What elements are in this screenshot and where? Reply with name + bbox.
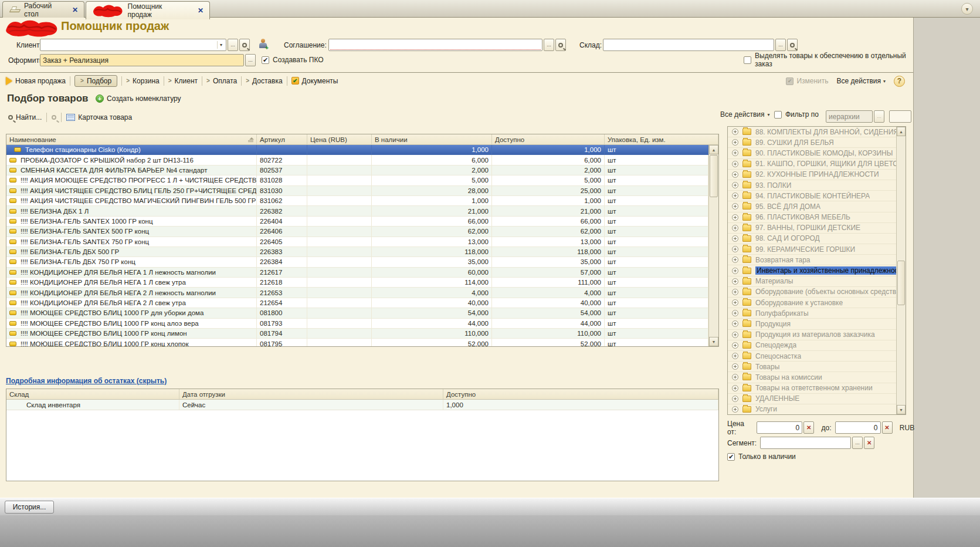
table-row[interactable]: !!!! МОЮЩЕЕ СРЕДСТВО БЛИЦ 1000 ГР конц а… [6, 319, 708, 329]
expand-icon[interactable] [732, 278, 738, 285]
all-actions-button[interactable]: Все действия ▾ [837, 77, 886, 85]
help-button[interactable]: ? [894, 76, 905, 87]
column-packaging[interactable]: Упаковка, Ед. изм. [605, 134, 718, 144]
documents-button[interactable]: ✔ Документы [291, 77, 338, 85]
step-podbor[interactable]: > Подбор [74, 75, 117, 87]
filter-extra-input[interactable] [889, 110, 911, 123]
expand-icon[interactable] [732, 225, 738, 231]
tree-item[interactable]: Спецодежда [728, 340, 896, 351]
scroll-up-icon[interactable]: ▲ [897, 127, 906, 136]
tree-item[interactable]: Продукция [728, 319, 896, 329]
tree-item[interactable]: 94. ПЛАСТИКОВЫЕ КОНТЕЙНЕРА [728, 191, 896, 201]
expand-icon[interactable] [732, 203, 738, 210]
filter-mode-input[interactable]: иерархии [826, 110, 873, 123]
expand-icon[interactable] [732, 396, 738, 402]
table-all-actions-button[interactable]: Все действия ▾ [720, 110, 769, 119]
warehouse-search-button[interactable] [787, 39, 798, 51]
tree-item[interactable]: Оборудование (объекты основных средств) [728, 287, 896, 298]
stock-info-link[interactable]: Подробная информация об остатках (скрыть… [6, 377, 167, 385]
tree-item[interactable]: Полуфабрикаты [728, 308, 896, 319]
table-row[interactable]: !!!! БЕЛИЗНА-ГЕЛЬ SANTEX 500 ГР конц2264… [6, 227, 708, 237]
table-row[interactable]: !!!! КОНДИЦИОНЕР ДЛЯ БЕЛЬЯ НЕГА 1 Л нежн… [6, 268, 708, 278]
tree-item[interactable]: 89. СУШКИ ДЛЯ БЕЛЬЯ [728, 137, 896, 148]
price-to-clear-icon[interactable]: ✕ [882, 421, 893, 434]
scroll-down-icon[interactable]: ▼ [897, 405, 906, 414]
sort-icon[interactable] [248, 137, 253, 142]
edit-button[interactable]: ✔ Изменить [786, 77, 828, 85]
tree-item[interactable]: Оборудование к установке [728, 298, 896, 308]
step-oplata[interactable]: > Оплата [206, 77, 237, 85]
expand-icon[interactable] [732, 182, 738, 188]
close-icon[interactable]: ✕ [72, 6, 78, 14]
price-to-input[interactable]: 0 [835, 421, 881, 434]
tree-item[interactable]: Товары на ответственном хранении [728, 383, 896, 394]
tab-desktop[interactable]: Рабочий стол ✕ [2, 1, 84, 18]
tree-item[interactable]: 91. КАШПО, ГОРШКИ, ЯЩИКИ ДЛЯ ЦВЕТОВ [728, 159, 896, 170]
column-article[interactable]: Артикул [257, 134, 307, 144]
checkout-input[interactable]: Заказ + Реализация [40, 54, 244, 66]
table-row[interactable]: !!!! АКЦИЯ ЧИСТЯЩЕЕ СРЕДСТВО МАГИЧЕСКИЙ … [6, 196, 708, 206]
warehouse-input[interactable] [603, 39, 774, 51]
expand-icon[interactable] [732, 214, 738, 221]
table-row[interactable]: !!!! КОНДИЦИОНЕР ДЛЯ БЕЛЬЯ НЕГА 1 Л свеж… [6, 278, 708, 288]
agreement-choose-button[interactable]: ... [544, 39, 554, 51]
stock-row[interactable]: Склад инвентаряСейчас1,000 [6, 400, 718, 410]
separate-order-checkbox[interactable] [744, 56, 751, 64]
expand-icon[interactable] [732, 289, 738, 295]
segment-input[interactable] [760, 437, 851, 449]
client-search-button[interactable] [239, 39, 250, 51]
tree-item[interactable]: Товары на комиссии [728, 372, 896, 383]
tree-item[interactable]: 95. ВСЁ ДЛЯ ДОМА [728, 201, 896, 212]
clear-search-button[interactable] [52, 115, 56, 120]
expand-icon[interactable] [732, 246, 738, 252]
expand-icon[interactable] [732, 353, 738, 359]
table-row[interactable]: !!!! АКЦИЯ ЧИСТЯЩЕЕ СРЕДСТВО БЛИЦ ГЕЛЬ 2… [6, 186, 708, 196]
table-row[interactable]: !!!! БЕЛИЗНА ДБХ 1 Л22638221,00021,000шт [6, 206, 708, 216]
agreement-search-button[interactable] [555, 39, 566, 51]
warehouse-choose-button[interactable]: ... [775, 39, 786, 51]
price-from-input[interactable]: 0 [757, 421, 802, 434]
table-row[interactable]: !!!! БЕЛИЗНА-ГЕЛЬ SANTEX 750 ГР конц2264… [6, 237, 708, 247]
tree-item[interactable]: 98. САД И ОГОРОД [728, 234, 896, 244]
step-klient[interactable]: > Клиент [168, 77, 198, 85]
expand-icon[interactable] [732, 342, 738, 349]
tree-scrollbar[interactable]: ▲ ▼ [896, 127, 906, 414]
tree-item[interactable]: 96. ПЛАСТИКОВАЯ МЕБЕЛЬ [728, 212, 896, 223]
column-name[interactable]: Наименование [6, 134, 257, 144]
table-row[interactable]: !!!! БЕЛИЗНА-ГЕЛЬ SANTEX 1000 ГР конц226… [6, 217, 708, 227]
expand-icon[interactable] [732, 129, 738, 135]
client-choose-button[interactable]: ... [228, 39, 238, 51]
table-row[interactable]: !!!! БЕЛИЗНА-ГЕЛЬ ДБХ 500 ГР226383118,00… [6, 247, 708, 257]
stock-column-date[interactable]: Дата отгрузки [179, 389, 443, 399]
tree-item[interactable]: 97. ВАННЫ, ГОРШКИ ДЕТСКИЕ [728, 223, 896, 234]
create-nomenclature-button[interactable]: + Создать номенклатуру [96, 94, 181, 103]
expand-icon[interactable] [732, 320, 738, 327]
expand-icon[interactable] [732, 171, 738, 178]
tree-item[interactable]: Услуги [728, 404, 896, 414]
table-row[interactable]: СМЕННАЯ КАССЕТА ДЛЯ ФИЛЬТРА БАРЬЕР №4 ст… [6, 166, 708, 175]
segment-clear-icon[interactable]: ✕ [864, 437, 874, 449]
tree-item[interactable]: УДАЛЕННЫЕ [728, 394, 896, 404]
table-row[interactable]: !!!! АКЦИЯ МОЮЩЕЕ СРЕДСТВО ПРОГРЕСС 1 Л … [6, 175, 708, 185]
expand-icon[interactable] [732, 268, 738, 274]
filter-mode-choose-button[interactable]: ... [874, 110, 884, 123]
scroll-down-icon[interactable]: ▼ [709, 337, 718, 346]
chevron-down-icon[interactable]: ▾ [217, 41, 225, 49]
expand-icon[interactable] [732, 332, 738, 338]
table-row[interactable]: !!!! КОНДИЦИОНЕР ДЛЯ БЕЛЬЯ НЕГА 2 Л свеж… [6, 298, 708, 308]
stock-column-available[interactable]: Доступно [443, 389, 718, 399]
only-in-stock-checkbox[interactable]: ✔ [727, 453, 735, 461]
expand-icon[interactable] [732, 139, 738, 146]
tree-item[interactable]: 99. КЕРАМИЧЕСКИЕ ГОРШКИ [728, 244, 896, 255]
tree-item[interactable]: 88. КОМПЛЕКТЫ ДЛЯ ВАННОЙ, СИДЕНИЯ [728, 127, 896, 137]
tree-item[interactable]: 92. КУХОННЫЕ ПРИНАДЛЕЖНОСТИ [728, 170, 896, 180]
history-button[interactable]: История... [5, 501, 54, 514]
step-korzina[interactable]: > Корзина [126, 77, 160, 85]
checkout-choose-button[interactable]: ... [245, 54, 256, 66]
client-input[interactable]: ▾ [40, 39, 226, 51]
tab-sales-assistant[interactable]: Помощник продаж ✕ [86, 1, 210, 19]
table-row[interactable]: !!!! МОЮЩЕЕ СРЕДСТВО БЛИЦ 1000 ГР конц х… [6, 339, 708, 346]
product-card-button[interactable]: Карточка товара [66, 113, 132, 121]
tree-item[interactable]: Продукция из материалов заказчика [728, 330, 896, 340]
expand-icon[interactable] [732, 161, 738, 167]
